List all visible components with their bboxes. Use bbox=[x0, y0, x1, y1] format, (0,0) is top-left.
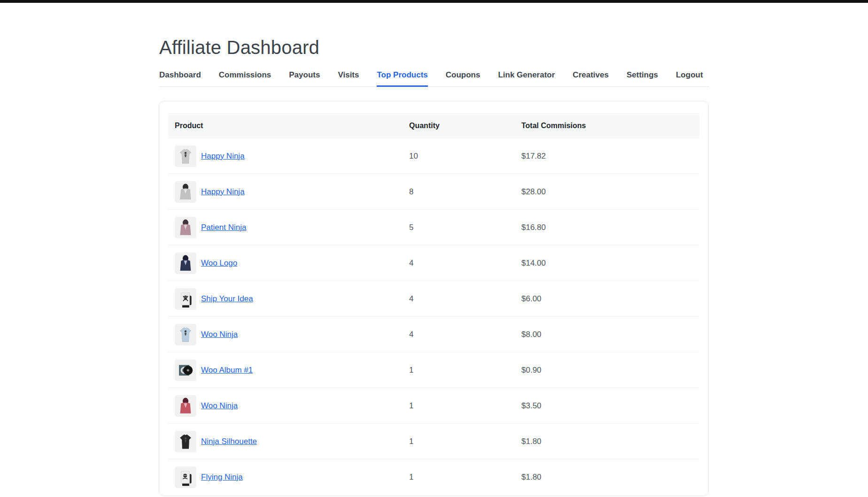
product-link[interactable]: Woo Album #1 bbox=[201, 366, 253, 375]
tab-bar: DashboardCommissionsPayoutsVisitsTop Pro… bbox=[159, 67, 709, 87]
total-cell: $1.80 bbox=[521, 473, 693, 482]
product-cell: Happy Ninja bbox=[175, 145, 409, 167]
top-products-table: Product Quantity Total Commisions Happy … bbox=[168, 113, 699, 495]
product-thumbnail-hoodie[interactable] bbox=[175, 217, 196, 238]
product-link[interactable]: Flying Ninja bbox=[201, 473, 243, 482]
quantity-cell: 8 bbox=[409, 187, 521, 197]
table-row: Ship Your Idea 4 $6.00 bbox=[168, 281, 699, 317]
page-title: Affiliate Dashboard bbox=[159, 37, 319, 58]
quantity-cell: 1 bbox=[409, 437, 521, 446]
product-link[interactable]: Happy Ninja bbox=[201, 152, 245, 161]
table-row: Happy Ninja 10 $17.82 bbox=[168, 138, 699, 174]
total-cell: $0.90 bbox=[521, 366, 693, 375]
product-link[interactable]: Ship Your Idea bbox=[201, 294, 253, 304]
col-header-total-commisions: Total Commisions bbox=[521, 122, 693, 130]
product-thumbnail-tshirt[interactable] bbox=[175, 324, 196, 345]
table-row: Flying Ninja 1 $1.80 bbox=[168, 459, 699, 495]
total-cell: $14.00 bbox=[521, 259, 693, 268]
quantity-cell: 5 bbox=[409, 223, 521, 232]
product-cell: Woo Logo bbox=[175, 252, 409, 274]
product-link[interactable]: Ninja Silhouette bbox=[201, 437, 257, 446]
product-link[interactable]: Woo Logo bbox=[201, 259, 237, 268]
product-thumbnail-tshirt[interactable] bbox=[175, 145, 196, 167]
product-cell: Happy Ninja bbox=[175, 181, 409, 203]
total-cell: $8.00 bbox=[521, 330, 693, 339]
product-link[interactable]: Woo Ninja bbox=[201, 401, 238, 411]
quantity-cell: 4 bbox=[409, 294, 521, 304]
tab-coupons[interactable]: Coupons bbox=[446, 67, 480, 87]
quantity-cell: 1 bbox=[409, 366, 521, 375]
tab-visits[interactable]: Visits bbox=[338, 67, 359, 87]
top-edge-strip bbox=[0, 0, 868, 3]
total-cell: $6.00 bbox=[521, 294, 693, 304]
affiliate-dashboard-page: Affiliate Dashboard DashboardCommissions… bbox=[0, 0, 868, 497]
top-products-card: Product Quantity Total Commisions Happy … bbox=[159, 101, 709, 496]
quantity-cell: 4 bbox=[409, 330, 521, 339]
tab-dashboard[interactable]: Dashboard bbox=[159, 67, 201, 87]
total-cell: $1.80 bbox=[521, 437, 693, 446]
table-row: Ninja Silhouette 1 $1.80 bbox=[168, 424, 699, 459]
table-row: Woo Logo 4 $14.00 bbox=[168, 245, 699, 281]
total-cell: $17.82 bbox=[521, 152, 693, 161]
product-thumbnail-poster[interactable] bbox=[175, 288, 196, 310]
col-header-quantity: Quantity bbox=[409, 122, 521, 130]
tab-logout[interactable]: Logout bbox=[676, 67, 703, 87]
total-cell: $28.00 bbox=[521, 187, 693, 197]
product-cell: Patient Ninja bbox=[175, 217, 409, 238]
table-row: Patient Ninja 5 $16.80 bbox=[168, 210, 699, 245]
tab-payouts[interactable]: Payouts bbox=[289, 67, 320, 87]
col-header-product: Product bbox=[175, 122, 409, 130]
product-cell: Ship Your Idea bbox=[175, 288, 409, 310]
product-thumbnail-poster[interactable] bbox=[175, 466, 196, 488]
product-cell: Flying Ninja bbox=[175, 466, 409, 488]
quantity-cell: 10 bbox=[409, 152, 521, 161]
tab-settings[interactable]: Settings bbox=[627, 67, 658, 87]
product-thumbnail-record[interactable] bbox=[175, 359, 196, 381]
table-body: Happy Ninja 10 $17.82 Happy Ninja 8 $28.… bbox=[168, 138, 699, 495]
table-row: Woo Album #1 1 $0.90 bbox=[168, 352, 699, 388]
tab-commissions[interactable]: Commissions bbox=[219, 67, 271, 87]
tab-top-products[interactable]: Top Products bbox=[377, 67, 427, 87]
product-cell: Woo Album #1 bbox=[175, 359, 409, 381]
tab-link-generator[interactable]: Link Generator bbox=[498, 67, 555, 87]
product-thumbnail-hoodie[interactable] bbox=[175, 181, 196, 203]
product-cell: Woo Ninja bbox=[175, 395, 409, 417]
table-row: Happy Ninja 8 $28.00 bbox=[168, 174, 699, 210]
table-row: Woo Ninja 4 $8.00 bbox=[168, 317, 699, 352]
product-thumbnail-hoodie[interactable] bbox=[175, 252, 196, 274]
product-cell: Woo Ninja bbox=[175, 324, 409, 345]
table-row: Woo Ninja 1 $3.50 bbox=[168, 388, 699, 424]
product-link[interactable]: Woo Ninja bbox=[201, 330, 238, 339]
total-cell: $3.50 bbox=[521, 401, 693, 411]
tab-creatives[interactable]: Creatives bbox=[573, 67, 609, 87]
table-header-row: Product Quantity Total Commisions bbox=[168, 113, 699, 138]
product-thumbnail-hoodie[interactable] bbox=[175, 395, 196, 417]
product-link[interactable]: Happy Ninja bbox=[201, 187, 245, 197]
quantity-cell: 1 bbox=[409, 401, 521, 411]
product-thumbnail-tshirt[interactable] bbox=[175, 431, 196, 452]
quantity-cell: 4 bbox=[409, 259, 521, 268]
product-link[interactable]: Patient Ninja bbox=[201, 223, 246, 232]
quantity-cell: 1 bbox=[409, 473, 521, 482]
product-cell: Ninja Silhouette bbox=[175, 431, 409, 452]
total-cell: $16.80 bbox=[521, 223, 693, 232]
